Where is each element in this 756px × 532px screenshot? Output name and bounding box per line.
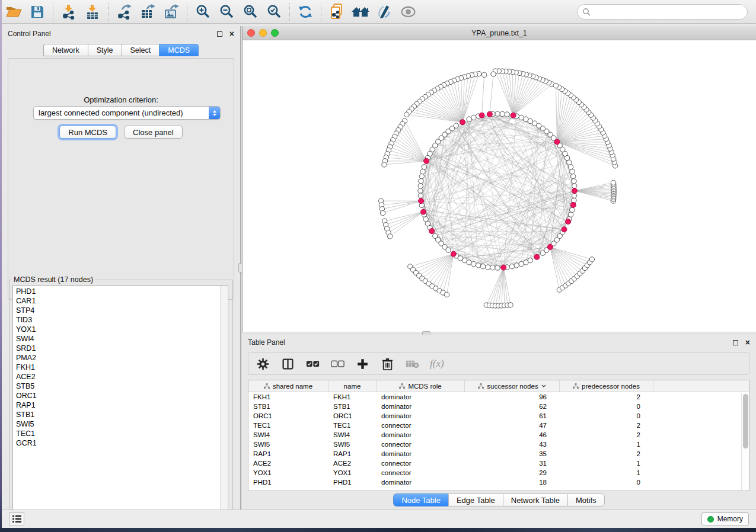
- table-row[interactable]: ORC1ORC1dominator610: [248, 411, 749, 421]
- table-row[interactable]: TEC1TEC1connector472: [248, 421, 749, 430]
- tab-select[interactable]: Select: [122, 44, 160, 56]
- table-cell: SWI4: [328, 430, 377, 440]
- home-icon[interactable]: [349, 2, 372, 22]
- tab-network-table[interactable]: Network Table: [503, 493, 567, 507]
- table-toolbar: f(x): [248, 352, 749, 375]
- tab-node-table[interactable]: Node Table: [393, 493, 448, 507]
- mcds-result-item[interactable]: FKH1: [16, 363, 228, 372]
- close-table-panel-icon[interactable]: ×: [745, 338, 750, 347]
- optimization-criterion-select[interactable]: largest connected component (undirected): [33, 106, 221, 120]
- open-session-icon[interactable]: [2, 2, 25, 22]
- delete-column-icon[interactable]: [380, 357, 394, 371]
- style-editor-icon[interactable]: [372, 2, 396, 22]
- table-row[interactable]: SWI5SWI5connector431: [248, 440, 749, 449]
- mcds-result-item[interactable]: RAP1: [16, 400, 228, 410]
- function-builder-icon: f(x): [430, 358, 444, 370]
- table-row[interactable]: YOX1YOX1connector291: [248, 468, 749, 477]
- mcds-result-item[interactable]: SRD1: [16, 344, 228, 353]
- tab-style[interactable]: Style: [88, 44, 122, 56]
- network-view-window: YPA_prune.txt_1: [242, 26, 756, 332]
- import-table-icon[interactable]: [81, 2, 104, 22]
- mcds-result-item[interactable]: STB5: [16, 382, 228, 391]
- float-table-panel-icon[interactable]: [733, 340, 738, 345]
- search-input[interactable]: [591, 6, 747, 18]
- memory-button[interactable]: Memory: [701, 512, 749, 525]
- table-cell: 96: [465, 392, 560, 402]
- table-row[interactable]: RAP1RAP1dominator352: [248, 449, 749, 459]
- mcds-result-item[interactable]: ORC1: [16, 391, 228, 400]
- tab-edge-table[interactable]: Edge Table: [448, 493, 503, 507]
- export-network-icon[interactable]: [112, 2, 136, 22]
- tab-motifs[interactable]: Motifs: [567, 493, 605, 507]
- network-window-titlebar[interactable]: YPA_prune.txt_1: [243, 26, 756, 40]
- table-settings-icon[interactable]: [256, 357, 270, 371]
- column-header-name[interactable]: name: [328, 380, 377, 392]
- column-header-MCDS-role[interactable]: MCDS role: [377, 380, 465, 392]
- table-cell: STB1: [328, 402, 377, 411]
- run-mcds-button[interactable]: Run MCDS: [59, 126, 116, 139]
- table-cell: dominator: [377, 392, 465, 402]
- mcds-result-item[interactable]: YOX1: [16, 325, 228, 334]
- mcds-result-item[interactable]: CAR1: [16, 296, 228, 306]
- table-row[interactable]: ACE2ACE2connector311: [248, 459, 749, 468]
- mcds-result-item[interactable]: PHD1: [16, 287, 228, 296]
- table-scrollbar-thumb[interactable]: [743, 394, 748, 448]
- zoom-fit-icon[interactable]: [238, 2, 262, 22]
- clipboard-network-icon[interactable]: [325, 2, 349, 22]
- add-column-icon[interactable]: [355, 357, 369, 371]
- show-columns-icon[interactable]: [280, 357, 295, 371]
- table-cell: RAP1: [248, 449, 328, 459]
- mcds-result-item[interactable]: TEC1: [16, 429, 228, 438]
- export-image-icon[interactable]: [160, 2, 183, 22]
- close-panel-button[interactable]: Close panel: [124, 126, 183, 139]
- mcds-result-item[interactable]: PMA2: [16, 353, 228, 363]
- column-header-predecessor-nodes[interactable]: predecessor nodes: [560, 380, 653, 392]
- table-cell: 47: [465, 421, 560, 430]
- task-history-button[interactable]: [9, 512, 24, 525]
- mcds-list-scrollbar[interactable]: [220, 286, 227, 517]
- table-cell: connector: [377, 459, 465, 468]
- table-scrollbar[interactable]: [741, 393, 749, 491]
- zoom-out-icon[interactable]: [215, 2, 238, 22]
- table-row[interactable]: FKH1FKH1dominator962: [248, 392, 749, 402]
- mcds-result-item[interactable]: TID3: [16, 315, 228, 325]
- column-header-shared-name[interactable]: shared name: [248, 380, 328, 392]
- table-row[interactable]: PHD1PHD1dominator180: [248, 477, 749, 487]
- table-cell: SWI5: [328, 440, 377, 449]
- mcds-result-item[interactable]: STB1: [16, 410, 228, 419]
- deselect-all-icon[interactable]: [330, 357, 344, 371]
- tab-mcds[interactable]: MCDS: [159, 44, 199, 56]
- table-cell: PHD1: [328, 477, 377, 487]
- column-header-successor-nodes[interactable]: successor nodes: [465, 380, 560, 392]
- optimization-criterion-value: largest connected component (undirected): [34, 108, 209, 117]
- toolbar-separator: [289, 3, 290, 21]
- close-panel-icon[interactable]: ×: [229, 30, 234, 38]
- mcds-result-item[interactable]: ACE2: [16, 372, 228, 382]
- export-table-icon[interactable]: [136, 2, 160, 22]
- table-panel-title: Table Panel: [248, 338, 285, 347]
- zoom-in-icon[interactable]: [191, 2, 215, 22]
- table-row[interactable]: SWI4SWI4dominator462: [248, 430, 749, 440]
- select-stepper-icon: [209, 107, 220, 119]
- table-cell: 2: [560, 449, 653, 459]
- search-box[interactable]: [577, 4, 748, 20]
- import-network-icon[interactable]: [57, 2, 81, 22]
- show-hide-icon[interactable]: [396, 2, 420, 22]
- zoom-selected-icon[interactable]: [262, 2, 286, 22]
- table-cell: STB1: [248, 402, 328, 411]
- apply-layout-icon[interactable]: [294, 2, 317, 22]
- mcds-result-item[interactable]: SWI5: [16, 419, 228, 429]
- float-panel-icon[interactable]: [217, 31, 222, 37]
- mcds-result-list[interactable]: PHD1CAR1STP4TID3YOX1SWI4SRD1PMA2FKH1ACE2…: [12, 285, 228, 517]
- mcds-result-item[interactable]: STP4: [16, 306, 228, 315]
- table-cell: 1: [560, 468, 653, 477]
- mcds-result-item[interactable]: GCR1: [16, 438, 228, 448]
- tab-network[interactable]: Network: [43, 44, 88, 56]
- table-cell: 35: [465, 449, 560, 459]
- table-row[interactable]: STB1STB1dominator620: [248, 402, 749, 411]
- network-graph[interactable]: [243, 40, 756, 332]
- mcds-result-item[interactable]: SWI4: [16, 334, 228, 344]
- select-all-icon[interactable]: [305, 357, 320, 371]
- save-session-icon[interactable]: [25, 2, 49, 22]
- mcds-result-fieldset: MCDS result (17 nodes) PHD1CAR1STP4TID3Y…: [9, 275, 233, 523]
